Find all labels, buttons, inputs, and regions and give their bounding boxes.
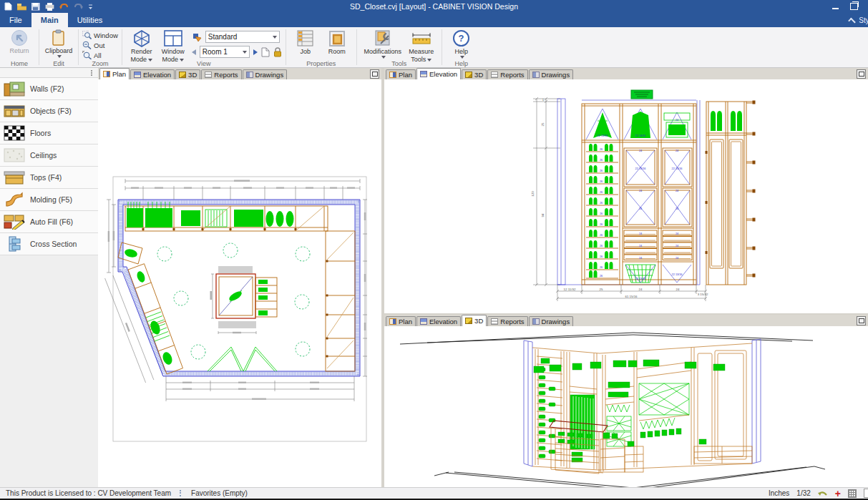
zoom-window-button[interactable]: Window (82, 30, 118, 40)
elevation-bottom-dimensions: 12 11/32 25 24 24 3 15/32 61 15/16 (556, 285, 708, 301)
restore-button[interactable] (850, 3, 858, 10)
tab-label: Elevation (429, 318, 457, 325)
previous-room-button[interactable] (192, 49, 196, 55)
style-button[interactable]: Styl (849, 13, 868, 27)
3d-room-outline (400, 333, 825, 488)
sidebar-item-ceilings[interactable]: Ceilings (0, 144, 98, 167)
tab-label: Reports (500, 318, 524, 325)
plan-canvas[interactable] (98, 79, 381, 488)
reports-icon (491, 72, 498, 78)
pan-tool-icon[interactable] (818, 490, 828, 497)
statusbar: This Product is Licensed to : CV Develop… (0, 487, 868, 499)
sidebar-item-label: Walls (F2) (30, 84, 64, 93)
new-document-icon[interactable] (4, 2, 12, 11)
tab-label: 3D (188, 71, 197, 79)
tab-elevation[interactable]: Elevation (416, 316, 461, 326)
plan-island (210, 267, 278, 334)
sidebar-grip-icon[interactable] (91, 70, 94, 76)
elevation-canvas[interactable]: 120 1 25 94 (384, 79, 868, 313)
plan-lights (157, 243, 310, 359)
tab-reports[interactable]: Reports (487, 316, 527, 326)
render-mode-label1: Render (131, 48, 152, 56)
room-button[interactable]: Room (321, 29, 353, 56)
crosshair-tool-icon[interactable]: + (835, 490, 841, 497)
svg-text:26: 26 (600, 180, 603, 183)
collapse-ribbon-icon (849, 17, 857, 25)
customize-toolbar-icon[interactable] (88, 4, 94, 10)
measure-tools-button[interactable]: Measure Tools (405, 29, 438, 64)
lock-icon[interactable] (273, 47, 282, 57)
drawings-icon (532, 72, 540, 78)
tab-3d[interactable]: 3D (462, 69, 487, 79)
viewport-maximize-button[interactable] (857, 316, 866, 325)
redo-icon[interactable] (74, 3, 83, 11)
tab-elevation[interactable]: Elevation (130, 69, 175, 79)
svg-text:24: 24 (639, 190, 642, 192)
cross-section-icon (4, 236, 25, 252)
viewport-maximize-button[interactable] (370, 69, 379, 79)
tab-plan[interactable]: Plan (386, 69, 416, 79)
print-icon[interactable] (45, 3, 54, 11)
units-indicator[interactable]: Inches (769, 489, 789, 497)
viewport-maximize-button[interactable] (857, 69, 866, 79)
undo-icon[interactable] (59, 3, 69, 11)
plan-viewport: Plan Elevation 3D Reports Drawings (98, 68, 381, 488)
render-style-select[interactable]: Standard (205, 31, 280, 43)
render-mode-button[interactable]: Render Mode (126, 29, 157, 64)
elevation-left-dimensions: 120 1 25 94 (531, 97, 560, 286)
scale-indicator[interactable]: 1/32 (796, 489, 810, 497)
plan-icon (103, 71, 110, 77)
clipped-tool-icon[interactable] (864, 489, 868, 498)
next-room-button[interactable] (253, 49, 258, 55)
sidebar-item-walls[interactable]: Walls (F2) (0, 78, 98, 100)
sidebar-item-autofill[interactable]: Auto Fill (F6) (0, 211, 98, 233)
svg-text:24: 24 (639, 288, 643, 291)
favorites-text[interactable]: Favorites (Empty) (185, 488, 253, 499)
svg-text:22 13/16: 22 13/16 (635, 134, 646, 137)
minimize-button[interactable] (832, 4, 839, 9)
return-button[interactable]: Return (4, 29, 35, 55)
svg-text:22 13/16: 22 13/16 (635, 278, 646, 280)
3d-left-wall-cabinets (532, 348, 600, 470)
window-mode-button[interactable]: Window Mode (157, 29, 189, 64)
tab-plan[interactable]: Plan (386, 316, 416, 326)
sidebar-item-molding[interactable]: Molding (F5) (0, 189, 98, 211)
tab-utilities[interactable]: Utilities (68, 13, 112, 27)
svg-text:22 13/16: 22 13/16 (672, 273, 683, 276)
sidebar-item-floors[interactable]: Floors (0, 122, 98, 144)
tab-drawings[interactable]: Drawings (529, 316, 574, 326)
tab-3d[interactable]: 3D (462, 315, 487, 326)
help-button[interactable]: ? Help (446, 29, 477, 59)
sidebar-item-tops[interactable]: Tops (F4) (0, 167, 98, 189)
modifications-button[interactable]: Modifications (361, 29, 405, 59)
statusbar-grip-icon[interactable] (180, 490, 182, 496)
tab-drawings[interactable]: Drawings (243, 69, 288, 79)
tab-drawings[interactable]: Drawings (529, 69, 574, 79)
3d-canvas[interactable] (384, 326, 868, 488)
tab-reports[interactable]: Reports (201, 69, 241, 79)
window-mode-icon (163, 29, 183, 47)
tab-reports[interactable]: Reports (487, 69, 527, 79)
zoom-out-icon (82, 41, 92, 49)
help-label: Help (455, 48, 469, 56)
tab-plan[interactable]: Plan (99, 68, 130, 79)
job-button[interactable]: Job (290, 29, 321, 56)
room-label: Room (328, 48, 346, 56)
tab-label: Reports (500, 71, 524, 79)
room-select[interactable]: Room 1 (200, 46, 250, 58)
tab-elevation[interactable]: Elevation (416, 68, 461, 79)
new-view-icon[interactable] (261, 47, 270, 57)
zoom-out-button[interactable]: Out (82, 40, 118, 50)
3d-icon (179, 72, 186, 78)
sidebar-item-cross-section[interactable]: Cross Section (0, 233, 98, 255)
open-folder-icon[interactable] (17, 3, 26, 11)
save-icon[interactable] (31, 3, 40, 11)
grid-toggle-icon[interactable] (848, 489, 857, 498)
tab-file[interactable]: File (0, 13, 31, 27)
sidebar-item-objects[interactable]: Objects (F3) (0, 100, 98, 122)
zoom-all-button[interactable]: All (82, 50, 118, 60)
tab-3d[interactable]: 3D (175, 69, 200, 79)
tab-main[interactable]: Main (31, 13, 68, 27)
group-properties: Job Room Properties (286, 27, 356, 67)
clipboard-button[interactable]: Clipboard (43, 29, 74, 58)
